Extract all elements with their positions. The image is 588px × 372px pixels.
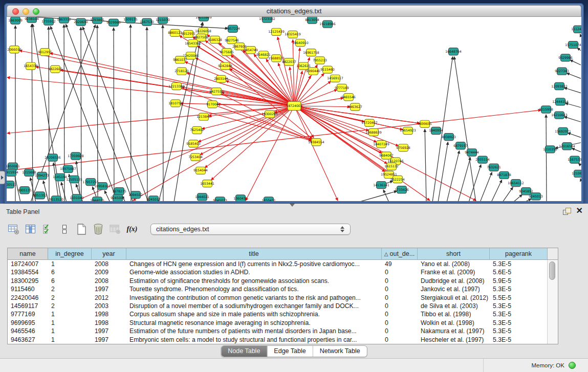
table-cell-in_degree[interactable]: 2 [48,302,92,310]
table-cell-in_degree[interactable]: 6 [48,268,92,276]
table-cell-pagerank[interactable]: 5.5E-5 [490,294,548,302]
table-cell-title[interactable]: Disruption of a novel member of a sodium… [126,302,382,310]
table-cell-in_degree[interactable]: 2 [48,294,92,302]
table-cell-year[interactable]: 2008 [92,277,126,285]
function-builder-icon[interactable]: f(x) [125,223,139,236]
table-cell-title[interactable]: Tourette syndrome. Phenomenology and cla… [126,285,382,293]
network-window-titlebar[interactable]: citations_edges.txt [7,5,581,17]
tab-network-table[interactable]: Network Table [313,346,367,357]
table-cell-name[interactable]: 18724007 [8,260,48,268]
row-height-icon[interactable] [58,223,71,236]
scrollbar-thumb[interactable] [549,261,555,280]
table-cell-short[interactable]: Hescheler et al. (1997) [418,336,490,344]
collapsed-panel-tab[interactable] [0,171,5,184]
table-cell-out_degree[interactable]: 0 [382,285,418,293]
float-panel-icon[interactable] [563,208,571,215]
column-header-title[interactable]: title [126,248,382,260]
table-cell-out_degree[interactable]: 0 [382,310,418,318]
table-cell-pagerank[interactable]: 5.3E-5 [490,336,548,344]
table-cell-year[interactable]: 1997 [92,336,126,344]
import-table-icon[interactable] [108,223,122,236]
column-header-pagerank[interactable]: pagerank [490,248,548,260]
table-cell-short[interactable]: Jankovic et al. (1997) [418,285,490,293]
table-cell-name[interactable]: 18300295 [8,277,48,285]
table-cell-title[interactable]: Estimation of the future numbers of pati… [126,327,382,335]
table-cell-short[interactable]: Dudbridge et al. (2008) [418,277,490,285]
delete-icon[interactable] [92,223,105,236]
table-cell-in_degree[interactable]: 2 [48,285,92,293]
table-cell-name[interactable]: 9699695 [8,319,48,327]
table-cell-short[interactable]: Wolkin et al. (1998) [418,319,490,327]
table-cell-pagerank[interactable]: 5.3E-5 [490,285,548,293]
table-cell-short[interactable]: Stergiakouli et al. (2012) [418,294,490,302]
table-cell-year[interactable]: 1997 [92,327,126,335]
table-row[interactable]: 977716911998Corpus callosum shape and si… [8,310,548,318]
tab-node-table[interactable]: Node Table [221,346,267,357]
table-cell-in_degree[interactable]: 6 [48,277,92,285]
table-cell-name[interactable]: 9463627 [8,336,48,344]
splitter-handle-icon[interactable] [290,204,295,207]
table-cell-pagerank[interactable]: 5.3E-5 [490,260,548,268]
table-cell-pagerank[interactable]: 5.3E-5 [490,327,548,335]
show-column-icon[interactable] [24,223,37,236]
tab-edge-table[interactable]: Edge Table [267,346,312,357]
table-cell-pagerank[interactable]: 5.3E-5 [490,302,548,310]
table-cell-year[interactable]: 2008 [92,260,126,268]
table-cell-short[interactable]: Tibbo et al. (1998) [418,310,490,318]
table-row[interactable]: 1938455462009Genome-wide association stu… [8,268,548,276]
table-cell-year[interactable]: 2009 [92,268,126,276]
table-cell-name[interactable]: 14569117 [8,302,48,310]
table-cell-name[interactable]: 9777169 [8,310,48,318]
table-cell-title[interactable]: Investigating the contribution of common… [126,294,382,302]
table-row[interactable]: 969969511998Structural magnetic resonanc… [8,319,548,327]
table-cell-year[interactable]: 2003 [92,302,126,310]
network-graph[interactable]: 1872400788601238912955182260589827508165… [7,17,581,201]
table-cell-out_degree[interactable]: 0 [382,294,418,302]
table-cell-out_degree[interactable]: 0 [382,319,418,327]
table-row[interactable]: 946554611997Estimation of the future num… [8,327,548,335]
table-row[interactable]: 1872400712008Changes of HCN gene express… [8,260,548,268]
column-header-short[interactable]: short [418,248,490,260]
table-settings-icon[interactable] [7,223,20,236]
table-cell-out_degree[interactable]: 0 [382,327,418,335]
table-cell-out_degree[interactable]: 49 [382,260,418,268]
table-cell-year[interactable]: 1997 [92,285,126,293]
table-cell-year[interactable]: 1998 [92,310,126,318]
table-cell-title[interactable]: Embryonic stem cells: a model to study s… [126,336,382,344]
table-cell-name[interactable]: 19384554 [8,268,48,276]
table-cell-short[interactable]: Franke et al. (2009) [418,268,490,276]
table-cell-title[interactable]: Genome-wide association studies in ADHD. [126,268,382,276]
table-row[interactable]: 911546021997Tourette syndrome. Phenomeno… [8,285,548,293]
table-cell-year[interactable]: 1998 [92,319,126,327]
column-header-name[interactable]: name [8,248,48,260]
table-selector-dropdown[interactable]: citations_edges.txt [150,224,351,235]
table-vertical-scrollbar[interactable] [547,260,558,344]
close-panel-icon[interactable]: ✕ [576,206,583,215]
table-cell-out_degree[interactable]: 0 [382,277,418,285]
table-row[interactable]: 1830029562008Estimation of significance … [8,277,548,285]
table-cell-short[interactable]: Yano et al. (2008) [418,260,490,268]
table-cell-out_degree[interactable]: 0 [382,302,418,310]
column-header-in-degree[interactable]: in_degree [48,248,92,260]
table-cell-pagerank[interactable]: 5.9E-5 [490,277,548,285]
table-cell-title[interactable]: Estimation of significance thresholds fo… [126,277,382,285]
table-row[interactable]: 946362711997Embryonic stem cells: a mode… [8,336,548,344]
table-cell-title[interactable]: Structural magnetic resonance image aver… [126,319,382,327]
table-cell-pagerank[interactable]: 5.3E-5 [490,319,548,327]
table-cell-in_degree[interactable]: 1 [48,336,92,344]
table-cell-name[interactable]: 22420046 [8,294,48,302]
column-header-out-degree[interactable]: △out_de... [382,248,418,260]
table-cell-year[interactable]: 2012 [92,294,126,302]
table-row[interactable]: 2242004622012Investigating the contribut… [8,294,548,302]
table-cell-in_degree[interactable]: 1 [48,327,92,335]
select-columns-icon[interactable] [41,223,54,236]
table-cell-short[interactable]: de Silva et al. (2003) [418,302,490,310]
table-cell-name[interactable]: 9465546 [8,327,48,335]
table-cell-in_degree[interactable]: 1 [48,319,92,327]
table-cell-out_degree[interactable]: 0 [382,336,418,344]
table-cell-title[interactable]: Changes of HCN gene expression and I(f) … [126,260,382,268]
table-row[interactable]: 1456911722003Disruption of a novel membe… [8,302,548,310]
table-cell-name[interactable]: 9115460 [8,285,48,293]
table-cell-out_degree[interactable]: 0 [382,268,418,276]
network-canvas[interactable]: 1872400788601238912955182260589827508165… [7,17,581,201]
